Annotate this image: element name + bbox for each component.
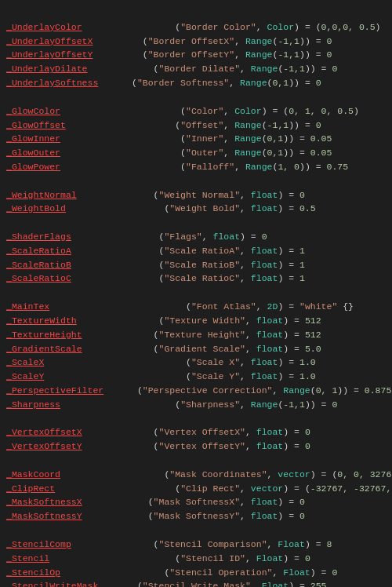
line-scale-x: _ScaleX ("Scale X", float) = 1.0 (6, 355, 386, 370)
property-underlay-offsetx: _UnderlayOffsetX (6, 35, 132, 49)
property-texture-width: _TextureWidth (6, 314, 132, 328)
line-mask-softnessy: _MaskSoftnessY ("Mask SoftnessY", float)… (6, 509, 386, 523)
line-texture-height: _TextureHeight ("Texture Height", float)… (6, 328, 386, 342)
value-mask-coord: ("Mask Coordinates", vector) = (0, 0, 32… (132, 468, 392, 482)
line-main-tex: _MainTex ("Font Atlas", 2D) = "white" {} (6, 300, 386, 314)
line-empty1 (6, 90, 386, 104)
property-stencil: _Stencil (6, 552, 132, 566)
line-glow-offset: _GlowOffset ("Offset", Range(-1,1)) = 0 (6, 118, 386, 133)
value-mask-softnessx: ("Mask SoftnessX", float) = 0 (132, 495, 305, 509)
value-perspective-filter: ("Perspective Correction", Range(0, 1)) … (132, 384, 391, 398)
line-weight-bold: _WeightBold ("Weight Bold", float) = 0.5 (6, 202, 386, 216)
line-gradient-scale: _GradientScale ("Gradient Scale", float)… (6, 342, 386, 356)
property-gradient-scale: _GradientScale (6, 342, 132, 356)
value-glow-outer: ("Outer", Range(0,1)) = 0.05 (132, 146, 332, 160)
property-mask-softnessx: _MaskSoftnessX (6, 495, 132, 509)
line-empty4 (6, 286, 386, 300)
line-empty3 (6, 216, 386, 230)
line-stencil-op: _StencilOp ("Stencil Operation", Float) … (6, 566, 386, 580)
value-sharpness: ("Sharpness", Range(-1,1)) = 0 (132, 398, 337, 412)
property-stencil-op: _StencilOp (6, 566, 132, 580)
property-weight-bold: _WeightBold (6, 202, 132, 216)
property-underlay-offsety: _UnderlayOffsetY (6, 48, 132, 62)
value-mask-softnessy: ("Mask SoftnessY", float) = 0 (132, 509, 305, 523)
line-perspective-filter: _PerspectiveFilter ("Perspective Correct… (6, 384, 386, 398)
line-empty6 (6, 454, 386, 468)
value-underlay-offsety: ("Border OffsetY", Range(-1,1)) = 0 (132, 48, 332, 62)
line-vertex-offsety: _VertexOffsetY ("Vertex OffsetY", float)… (6, 439, 386, 454)
line-stencil-writemask: _StencilWriteMask ("Stencil Write Mask",… (6, 579, 386, 587)
property-underlay-softness: _UnderlaySoftness (6, 76, 132, 90)
value-glow-power: ("Falloff", Range(1, 0)) = 0.75 (132, 160, 348, 174)
value-main-tex: ("Font Atlas", 2D) = "white" {} (132, 300, 354, 314)
property-glow-inner: _GlowInner (6, 132, 132, 146)
property-glow-color: _GlowColor (6, 104, 132, 118)
property-underlay-dilate: _UnderlayDilate (6, 62, 132, 76)
property-scale-ratiob: _ScaleRatioB (6, 258, 132, 272)
property-weight-normal: _WeightNormal (6, 188, 132, 202)
line-empty7 (6, 523, 386, 538)
property-glow-power: _GlowPower (6, 160, 132, 174)
property-glow-outer: _GlowOuter (6, 146, 132, 160)
line-stencil: _Stencil ("Stencil ID", Float) = 0 (6, 552, 386, 566)
property-scale-y: _ScaleY (6, 370, 132, 384)
value-scale-x: ("Scale X", float) = 1.0 (132, 355, 316, 370)
value-gradient-scale: ("Gradient Scale", float) = 5.0 (132, 342, 321, 356)
value-glow-offset: ("Offset", Range(-1,1)) = 0 (132, 118, 321, 133)
line-weight-normal: _WeightNormal ("Weight Normal", float) =… (6, 188, 386, 202)
value-vertex-offsety: ("Vertex OffsetY", float) = 0 (132, 439, 310, 454)
line-empty2 (6, 174, 386, 188)
line-shader-flags: _ShaderFlags ("Flags", float) = 0 (6, 230, 386, 244)
value-scale-ratioc: ("Scale RatioC", float) = 1 (132, 272, 305, 286)
property-clip-rect: _ClipRect (6, 482, 132, 496)
line-underlay-dilate: _UnderlayDilate ("Border Dilate", Range(… (6, 62, 386, 76)
property-scale-ratioa: _ScaleRatioA (6, 244, 132, 258)
line-mask-softnessx: _MaskSoftnessX ("Mask SoftnessX", float)… (6, 495, 386, 509)
property-glow-offset: _GlowOffset (6, 118, 132, 133)
line-glow-color: _GlowColor ("Color", Color) = (0, 1, 0, … (6, 104, 386, 118)
value-stencil-op: ("Stencil Operation", Float) = 0 (132, 566, 337, 580)
value-stencil-writemask: ("Stencil Write Mask", Float) = 255 (132, 579, 327, 587)
line-scale-ratiob: _ScaleRatioB ("Scale RatioB", float) = 1 (6, 258, 386, 272)
value-scale-y: ("Scale Y", float) = 1.0 (132, 370, 316, 384)
property-stencil-writemask: _StencilWriteMask (6, 579, 132, 587)
value-glow-inner: ("Inner", Range(0,1)) = 0.05 (132, 132, 332, 146)
line-underlay-offsetx: _UnderlayOffsetX ("Border OffsetX", Rang… (6, 35, 386, 49)
line-mask-coord: _MaskCoord ("Mask Coordinates", vector) … (6, 468, 386, 482)
value-weight-normal: ("Weight Normal", float) = 0 (132, 188, 305, 202)
property-perspective-filter: _PerspectiveFilter (6, 384, 132, 398)
value-vertex-offsetx: ("Vertex OffsetX", float) = 0 (132, 425, 310, 439)
value-stencil: ("Stencil ID", Float) = 0 (132, 552, 310, 566)
property-mask-coord: _MaskCoord (6, 468, 132, 482)
line-glow-inner: _GlowInner ("Inner", Range(0,1)) = 0.05 (6, 132, 386, 146)
value-underlay-dilate: ("Border Dilate", Range(-1,1)) = 0 (132, 62, 337, 76)
property-main-tex: _MainTex (6, 300, 132, 314)
value-texture-height: ("Texture Height", float) = 512 (132, 328, 321, 342)
line-underlay-softness: _UnderlaySoftness("Border Softness", Ran… (6, 76, 386, 90)
line-glow-power: _GlowPower ("Falloff", Range(1, 0)) = 0.… (6, 160, 386, 174)
value-glow-color: ("Color", Color) = (0, 1, 0, 0.5) (132, 104, 359, 118)
value-underlay-color: ("Border Color", Color) = (0,0,0, 0.5) (132, 20, 381, 35)
line-vertex-offsetx: _VertexOffsetX ("Vertex OffsetX", float)… (6, 425, 386, 439)
line-underlay-offsety: _UnderlayOffsetY ("Border OffsetY", Rang… (6, 48, 386, 62)
code-container: _UnderlayColor ("Border Color", Color) =… (3, 6, 389, 587)
line-scale-ratioc: _ScaleRatioC ("Scale RatioC", float) = 1 (6, 272, 386, 286)
value-texture-width: ("Texture Width", float) = 512 (132, 314, 321, 328)
property-scale-ratioc: _ScaleRatioC (6, 272, 132, 286)
property-vertex-offsety: _VertexOffsetY (6, 439, 132, 454)
value-stencil-comp: ("Stencil Comparison", Float) = 8 (132, 538, 332, 552)
value-scale-ratiob: ("Scale RatioB", float) = 1 (132, 258, 305, 272)
line-sharpness: _Sharpness ("Sharpness", Range(-1,1)) = … (6, 398, 386, 412)
value-scale-ratioa: ("Scale RatioA", float) = 1 (132, 244, 305, 258)
property-shader-flags: _ShaderFlags (6, 230, 132, 244)
line-scale-ratioa: _ScaleRatioA ("Scale RatioA", float) = 1 (6, 244, 386, 258)
value-underlay-softness: ("Border Softness", Range(0,1)) = 0 (132, 76, 321, 90)
value-shader-flags: ("Flags", float) = 0 (132, 230, 267, 244)
property-sharpness: _Sharpness (6, 398, 132, 412)
property-scale-x: _ScaleX (6, 355, 132, 370)
property-mask-softnessy: _MaskSoftnessY (6, 509, 132, 523)
line-underlay-color: _UnderlayColor ("Border Color", Color) =… (6, 20, 386, 35)
line-scale-y: _ScaleY ("Scale Y", float) = 1.0 (6, 370, 386, 384)
value-weight-bold: ("Weight Bold", float) = 0.5 (132, 202, 316, 216)
value-clip-rect: ("Clip Rect", vector) = (-32767, -32767,… (132, 482, 392, 496)
